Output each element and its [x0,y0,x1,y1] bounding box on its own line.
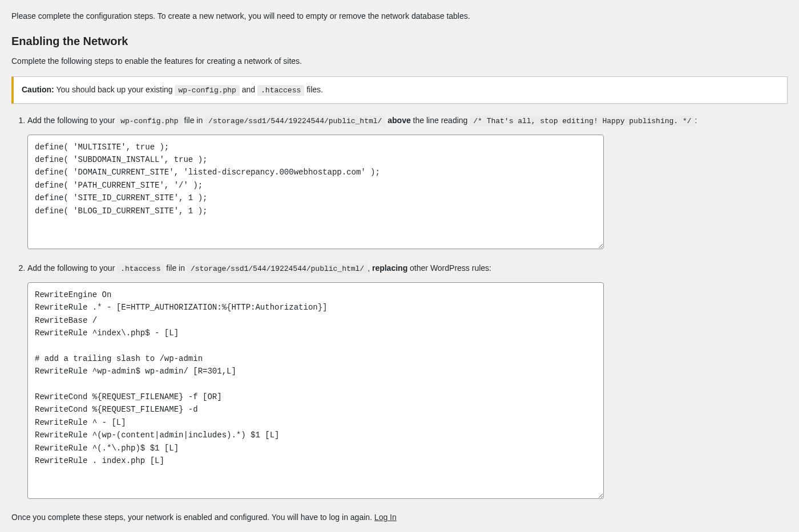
step1-text-a: Add the following to your [27,116,117,125]
caution-text-before: You should back up your existing [54,85,175,94]
caution-label: Caution: [22,85,54,94]
step1-path: /storage/ssd1/544/19224544/public_html/ [205,116,385,127]
caution-text-after: files. [304,85,323,94]
steps-list: Add the following to your wp-config.php … [24,114,788,499]
section-title: Enabling the Network [11,33,788,50]
log-in-link[interactable]: Log In [374,513,397,522]
htaccess-code-textarea[interactable] [27,282,604,499]
step2-text-c: other WordPress rules: [407,263,491,273]
step1-trailer: : [695,116,697,125]
step2-comma: , [368,263,372,273]
closing-text: Once you complete these steps, your netw… [11,513,374,522]
step2-text-a: Add the following to your [27,263,117,273]
wp-config-code-textarea[interactable] [27,135,604,249]
step1-text-c: the line reading [411,116,470,125]
step1-text-b: file in [182,116,205,125]
step-wp-config: Add the following to your wp-config.php … [27,114,788,249]
step2-htaccess-file: .htaccess [117,263,164,274]
step1-stop-comment: /* That's all, stop editing! Happy publi… [470,116,695,127]
closing-text-container: Once you complete these steps, your netw… [11,511,788,523]
step2-replacing-word: replacing [372,263,407,273]
step1-above-word: above [388,116,410,125]
section-subhead: Complete the following steps to enable t… [11,55,788,67]
step2-path: /storage/ssd1/544/19224544/public_html/ [187,263,368,274]
step-htaccess: Add the following to your .htaccess file… [27,262,788,499]
step2-text-b: file in [164,263,187,273]
caution-separator: and [240,85,257,94]
caution-notice: Caution: You should back up your existin… [11,76,788,104]
configuration-intro: Please complete the configuration steps.… [11,10,788,22]
file-htaccess: .htaccess [257,85,304,96]
file-wp-config: wp-config.php [175,85,239,96]
step1-wpconfig-file: wp-config.php [117,116,181,127]
